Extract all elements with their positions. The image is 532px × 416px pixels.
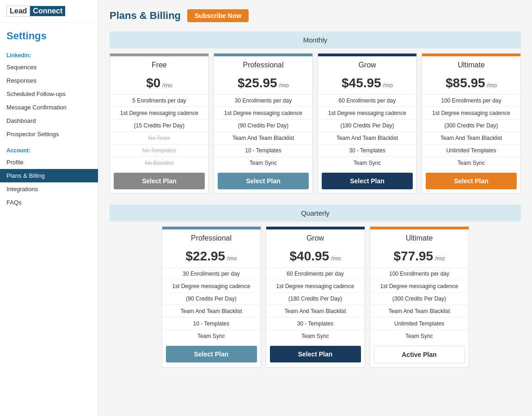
plan-feature: 1st Degree messaging cadence <box>162 280 261 292</box>
plan-feature: Team Sync <box>422 157 520 169</box>
account-label: Account: <box>0 141 98 156</box>
sidebar-item-integrations[interactable]: Integrations <box>0 182 98 196</box>
price-amount: $77.95 <box>394 249 434 263</box>
price-amount: $25.95 <box>238 76 277 90</box>
sidebar-item-responses[interactable]: Responses <box>0 74 98 87</box>
select-plan-button-monthly-professional[interactable]: Select Plan <box>218 173 309 189</box>
plan-price: $25.95 /mo <box>214 72 312 94</box>
plan-feature: Team And Team Blacklist <box>318 132 416 144</box>
sidebar-item-plans-billing[interactable]: Plans & Billing <box>0 169 98 182</box>
select-plan-button-monthly-grow[interactable]: Select Plan <box>322 173 413 189</box>
sidebar-item-sequences[interactable]: Sequences <box>0 60 98 74</box>
plan-price: $45.95 /mo <box>318 72 416 94</box>
sidebar-item-profile[interactable]: Profile <box>0 156 98 169</box>
plan-feature: 100 Enrollments per day <box>422 94 520 107</box>
select-plan-button-monthly-free[interactable]: Select Plan <box>114 173 205 189</box>
quarterly-plan-professional: Professional $22.95 /mo 30 Enrollments p… <box>162 226 261 368</box>
sidebar-item-prospector-settings[interactable]: Prospector Settings <box>0 127 98 141</box>
select-plan-button-monthly-ultimate[interactable]: Select Plan <box>426 173 517 189</box>
sidebar-item-scheduled-follow-ups[interactable]: Scheduled Follow-ups <box>0 87 98 101</box>
settings-title: Settings <box>0 23 98 46</box>
price-per-mo: /mo <box>227 255 237 262</box>
plan-feature: No Blacklist <box>110 157 208 169</box>
plan-feature: (90 Credits Per Day) <box>214 119 312 132</box>
plan-feature: 30 Enrollments per day <box>214 94 312 107</box>
monthly-header: Monthly <box>110 31 521 48</box>
plan-feature: (15 Credits Per Day) <box>110 119 208 132</box>
plan-feature: 5 Enrollments per day <box>110 94 208 107</box>
plan-feature: Team Sync <box>266 330 365 342</box>
page-title: Plans & Billing <box>110 10 181 22</box>
plan-feature: Team And Team Blacklist <box>370 305 469 317</box>
price-per-mo: /mo <box>383 82 393 89</box>
plan-feature: 30 - Templates <box>266 317 365 330</box>
price-amount: $0 <box>146 76 160 90</box>
monthly-plan-free: Free $0 /mo 5 Enrollments per day1st Deg… <box>110 53 209 193</box>
plan-price: $85.95 /mo <box>422 72 520 94</box>
plan-name: Free <box>110 56 208 72</box>
plan-feature: Team And Team Blacklist <box>214 132 312 144</box>
plan-price: $0 /mo <box>110 72 208 94</box>
plan-feature: Unlimited Templates <box>370 317 469 330</box>
plan-price: $40.95 /mo <box>266 245 365 267</box>
plan-feature: Team Sync <box>318 157 416 169</box>
plan-feature: 1st Degree messaging cadence <box>214 107 312 119</box>
plan-name: Grow <box>318 56 416 72</box>
plan-feature: No Templates <box>110 144 208 157</box>
quarterly-section: Quarterly Professional $22.95 /mo 30 Enr… <box>110 205 521 368</box>
price-amount: $40.95 <box>290 249 330 263</box>
plan-name: Grow <box>266 229 365 245</box>
subscribe-now-button[interactable]: Subscribe Now <box>187 9 249 22</box>
logo-connect: Connect <box>30 6 65 16</box>
price-per-mo: /mo <box>331 255 341 262</box>
plan-name: Professional <box>162 229 261 245</box>
plan-feature: Team Sync <box>370 330 469 342</box>
sidebar-item-message-confirmation[interactable]: Message Confirmation <box>0 101 98 114</box>
plan-feature: (180 Credits Per Day) <box>318 119 416 132</box>
plan-feature: 30 - Templates <box>318 144 416 157</box>
monthly-plan-ultimate: Ultimate $85.95 /mo 100 Enrollments per … <box>422 53 521 193</box>
plan-name: Ultimate <box>370 229 469 245</box>
monthly-plan-professional: Professional $25.95 /mo 30 Enrollments p… <box>214 53 313 193</box>
monthly-section: Monthly Free $0 /mo 5 Enrollments per da… <box>110 31 521 193</box>
sidebar-item-faqs[interactable]: FAQs <box>0 196 98 209</box>
plan-feature: 1st Degree messaging cadence <box>110 107 208 119</box>
logo-lead: Lead <box>6 6 30 17</box>
price-per-mo: /mo <box>279 82 289 89</box>
select-plan-button-quarterly-grow[interactable]: Select Plan <box>270 346 361 362</box>
plan-feature: 100 Enrollments per day <box>370 267 469 280</box>
plan-feature: 30 Enrollments per day <box>162 267 261 280</box>
main-content: Plans & Billing Subscribe Now Monthly Fr… <box>98 0 532 416</box>
page-header: Plans & Billing Subscribe Now <box>110 9 521 22</box>
plan-feature: Team And Team Blacklist <box>422 132 520 144</box>
sidebar-item-dashboard[interactable]: Dashboard <box>0 114 98 127</box>
plan-feature: 60 Enrollments per day <box>318 94 416 107</box>
plan-feature: Team And Team Blacklist <box>162 305 261 317</box>
plan-feature: (180 Credits Per Day) <box>266 292 365 305</box>
active-plan-button-quarterly-ultimate[interactable]: Active Plan <box>374 346 465 363</box>
sidebar: Lead Connect Settings Linkedin: Sequence… <box>0 0 98 416</box>
plan-price: $77.95 /mo <box>370 245 469 267</box>
plan-feature: 10 - Templates <box>162 317 261 330</box>
price-amount: $85.95 <box>446 76 485 90</box>
quarterly-plan-grow: Grow $40.95 /mo 60 Enrollments per day1s… <box>266 226 365 368</box>
plan-feature: 1st Degree messaging cadence <box>266 280 365 292</box>
plan-feature: (90 Credits Per Day) <box>162 292 261 305</box>
plan-feature: Team Sync <box>214 157 312 169</box>
plan-name: Ultimate <box>422 56 520 72</box>
quarterly-header: Quarterly <box>110 205 521 222</box>
quarterly-plan-ultimate: Ultimate $77.95 /mo 100 Enrollments per … <box>370 226 469 368</box>
plan-feature: 1st Degree messaging cadence <box>422 107 520 119</box>
price-amount: $22.95 <box>186 249 226 263</box>
price-per-mo: /mo <box>487 82 497 89</box>
select-plan-button-quarterly-professional[interactable]: Select Plan <box>166 346 257 362</box>
plan-name: Professional <box>214 56 312 72</box>
plan-feature: No Team <box>110 132 208 144</box>
plan-feature: 10 - Templates <box>214 144 312 157</box>
plan-feature: Team Sync <box>162 330 261 342</box>
quarterly-plans-grid: Professional $22.95 /mo 30 Enrollments p… <box>110 226 521 368</box>
price-amount: $45.95 <box>342 76 381 90</box>
plan-feature: (300 Credits Per Day) <box>370 292 469 305</box>
plan-feature: 1st Degree messaging cadence <box>318 107 416 119</box>
linkedin-label: Linkedin: <box>0 46 98 60</box>
